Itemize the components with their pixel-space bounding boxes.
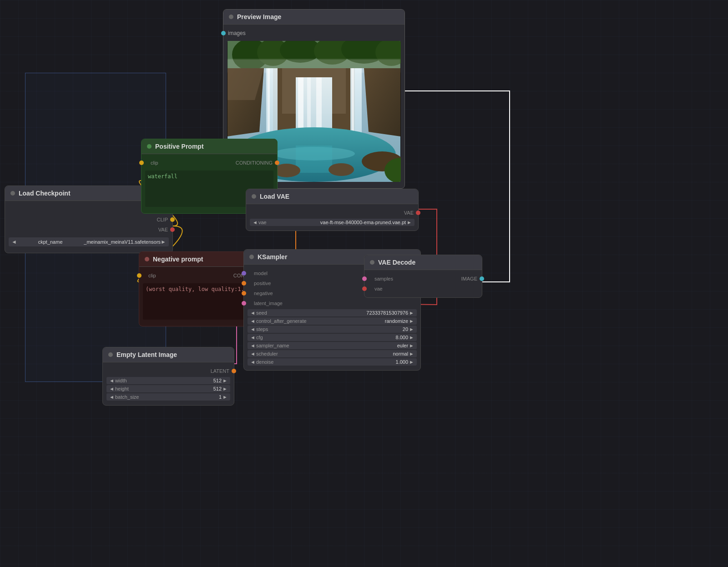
checkpoint-prev-btn[interactable]: ◄ [11,239,17,245]
ksampler-steps-value: 20 [307,326,408,332]
ksampler-scheduler-prev[interactable]: ◄ [249,351,256,356]
latent-output-port[interactable] [232,369,236,373]
preview-images-port[interactable] [221,31,226,35]
latent-batch-prev[interactable]: ◄ [108,394,115,400]
vaedecode-status-dot [370,260,374,265]
latent-batch-next[interactable]: ► [222,394,228,400]
loadvae-status-dot [252,194,256,199]
negative-status-dot [145,257,149,261]
ksampler-title: KSampler [258,253,287,261]
preview-title: Preview Image [237,13,281,20]
ksampler-cfg-next[interactable]: ► [408,335,415,340]
negative-clip-label: clip [148,273,156,278]
ksampler-seed-value: 723337815307976 [307,310,408,316]
ksampler-model-port[interactable] [242,271,246,276]
positive-header: Positive Prompt [142,139,277,154]
latent-title: Empty Latent Image [116,351,177,358]
latent-width-next[interactable]: ► [222,378,228,383]
latent-height-prev[interactable]: ◄ [108,386,115,391]
checkpoint-clip-row: CLIP [5,215,172,225]
vaedecode-samples-port[interactable] [362,276,367,281]
svg-rect-25 [296,146,332,173]
loadvae-select-row: ◄ vae vae-ft-mse-840000-ema-pruned.vae.p… [250,219,415,226]
latent-batch-label: batch_size [115,394,151,400]
ksampler-negative-port[interactable] [242,291,246,296]
latent-height-row: ◄ height 512 ► [106,385,230,392]
latent-width-prev[interactable]: ◄ [108,378,115,383]
latent-header: Empty Latent Image [103,347,234,362]
latent-batch-row: ◄ batch_size 1 ► [106,393,230,401]
vaedecode-body: samples IMAGE vae [364,270,482,297]
latent-width-label: width [115,378,151,383]
positive-conditioning-label: CONDITIONING [236,160,273,166]
ksampler-steps-next[interactable]: ► [408,326,415,332]
ksampler-denoise-next[interactable]: ► [408,359,415,365]
ksampler-latentimage-label: latent_image [254,301,283,306]
ksampler-sampler-label: sampler_name [256,343,307,348]
checkpoint-select[interactable]: ◄ ckpt_name _meinamix_meinaV11.safetenso… [9,237,169,246]
svg-point-29 [329,163,354,176]
loadvae-next-btn[interactable]: ► [406,220,413,225]
loadvae-body: VAE ◄ vae vae-ft-mse-840000-ema-pruned.v… [246,204,418,231]
latent-height-label: height [115,386,151,391]
latent-height-next[interactable]: ► [222,386,228,391]
vaedecode-vae-port[interactable] [362,286,367,291]
vaedecode-samples-label: samples [374,276,393,281]
ksampler-seed-prev[interactable]: ◄ [249,310,256,316]
loadvae-select-label: vae [258,220,308,225]
preview-images-label: images [228,30,246,36]
checkpoint-clip-label: CLIP [10,217,168,222]
preview-port-images: images [223,28,404,38]
ksampler-negative-label: negative [254,291,273,296]
svg-marker-11 [364,68,400,136]
ksampler-steps-prev[interactable]: ◄ [249,326,256,332]
node-loadvae: Load VAE VAE ◄ vae vae-ft-mse-840000-ema… [246,189,419,231]
ksampler-seed-row: ◄ seed 723337815307976 ► [248,309,417,316]
vaedecode-image-port[interactable] [480,276,484,281]
ksampler-denoise-label: denoise [256,359,307,365]
ksampler-sampler-prev[interactable]: ◄ [249,343,256,348]
ksampler-seed-next[interactable]: ► [408,310,415,316]
ksampler-scheduler-value: normal [307,351,408,356]
ksampler-cfg-value: 8.000 [307,335,408,340]
vaedecode-samples-row: samples IMAGE [364,274,482,284]
loadvae-prev-btn[interactable]: ◄ [252,220,258,225]
loadvae-header: Load VAE [246,189,418,204]
checkpoint-next-btn[interactable]: ► [161,239,166,245]
ksampler-cfg-prev[interactable]: ◄ [249,335,256,340]
latent-body: LATENT ◄ width 512 ► ◄ height 512 ► ◄ ba… [103,362,234,405]
ksampler-positive-port[interactable] [242,281,246,286]
ksampler-seed-label: seed [256,310,307,316]
checkpoint-title: Load Checkpoint [19,190,71,197]
ksampler-sampler-value: euler [307,343,408,348]
latent-height-value: 512 [151,386,222,391]
latent-width-row: ◄ width 512 ► [106,377,230,384]
loadvae-vae-port[interactable] [416,211,420,215]
ksampler-control-label: control_after_generate [256,318,307,324]
positive-clip-label: clip [151,160,158,166]
ksampler-control-prev[interactable]: ◄ [249,318,256,324]
ksampler-control-next[interactable]: ► [408,318,415,324]
ksampler-latentimage-port[interactable] [242,301,246,306]
checkpoint-status-dot [10,191,15,196]
node-vaedecode: VAE Decode samples IMAGE vae [364,255,482,298]
negative-clip-port[interactable] [137,273,142,278]
loadvae-select-value: vae-ft-mse-840000-ema-pruned.vae.pt [308,220,406,225]
positive-clip-port[interactable] [139,161,144,165]
negative-title: Negative prompt [153,256,203,263]
latent-batch-value: 1 [151,394,222,400]
ksampler-sampler-next[interactable]: ► [408,343,415,348]
ksampler-denoise-value: 1.000 [307,359,408,365]
ksampler-scheduler-next[interactable]: ► [408,351,415,356]
ksampler-steps-row: ◄ steps 20 ► [248,326,417,333]
ksampler-steps-label: steps [256,326,307,332]
vaedecode-title: VAE Decode [378,259,415,266]
ksampler-denoise-prev[interactable]: ◄ [249,359,256,365]
checkpoint-clip-port[interactable] [170,217,175,222]
positive-conditioning-port[interactable] [275,161,279,165]
checkpoint-vae-port[interactable] [170,227,175,232]
ksampler-positive-label: positive [254,281,271,286]
svg-rect-17 [352,68,354,141]
ksampler-scheduler-label: scheduler [256,351,307,356]
checkpoint-vae-row: VAE [5,225,172,235]
